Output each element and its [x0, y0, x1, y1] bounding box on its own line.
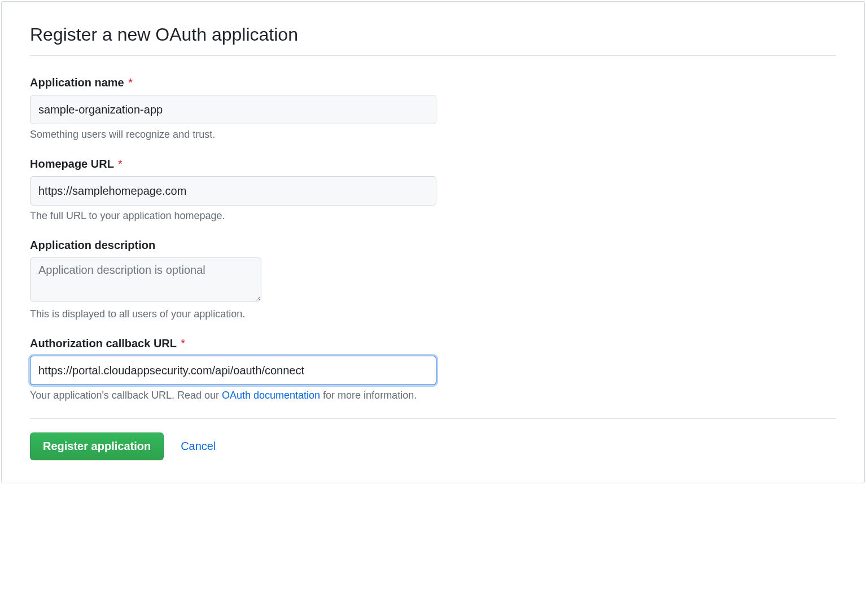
- app-description-help: This is displayed to all users of your a…: [30, 308, 436, 320]
- app-name-label: Application name *: [30, 76, 436, 89]
- callback-url-label: Authorization callback URL *: [30, 337, 436, 350]
- app-description-textarea[interactable]: [30, 257, 261, 302]
- app-description-label: Application description: [30, 239, 436, 252]
- oauth-documentation-link[interactable]: OAuth documentation: [222, 390, 320, 401]
- form-group-app-name: Application name * Something users will …: [30, 76, 436, 141]
- required-asterisk: *: [118, 158, 123, 170]
- page-title: Register a new OAuth application: [30, 24, 836, 45]
- app-name-label-text: Application name: [30, 76, 124, 89]
- callback-url-help-suffix: for more information.: [320, 390, 417, 401]
- callback-url-help: Your application's callback URL. Read ou…: [30, 390, 436, 401]
- callback-url-input[interactable]: [30, 356, 436, 385]
- form-group-homepage-url: Homepage URL * The full URL to your appl…: [30, 158, 436, 222]
- title-divider: [30, 55, 836, 56]
- app-name-input[interactable]: [30, 95, 436, 124]
- homepage-url-label-text: Homepage URL: [30, 158, 114, 170]
- callback-url-help-prefix: Your application's callback URL. Read ou…: [30, 390, 222, 401]
- required-asterisk: *: [181, 337, 185, 349]
- homepage-url-help: The full URL to your application homepag…: [30, 210, 436, 222]
- button-row: Register application Cancel: [30, 432, 836, 460]
- required-asterisk: *: [128, 76, 133, 89]
- homepage-url-label: Homepage URL *: [30, 158, 436, 171]
- homepage-url-input[interactable]: [30, 176, 436, 206]
- callback-url-label-text: Authorization callback URL: [30, 337, 177, 349]
- app-name-help: Something users will recognize and trust…: [30, 129, 436, 141]
- form-group-app-description: Application description This is displaye…: [30, 239, 436, 320]
- form-group-callback-url: Authorization callback URL * Your applic…: [30, 337, 436, 401]
- oauth-register-form-container: Register a new OAuth application Applica…: [1, 1, 865, 483]
- cancel-link[interactable]: Cancel: [181, 440, 216, 453]
- button-divider: [30, 418, 836, 419]
- register-application-button[interactable]: Register application: [30, 432, 164, 460]
